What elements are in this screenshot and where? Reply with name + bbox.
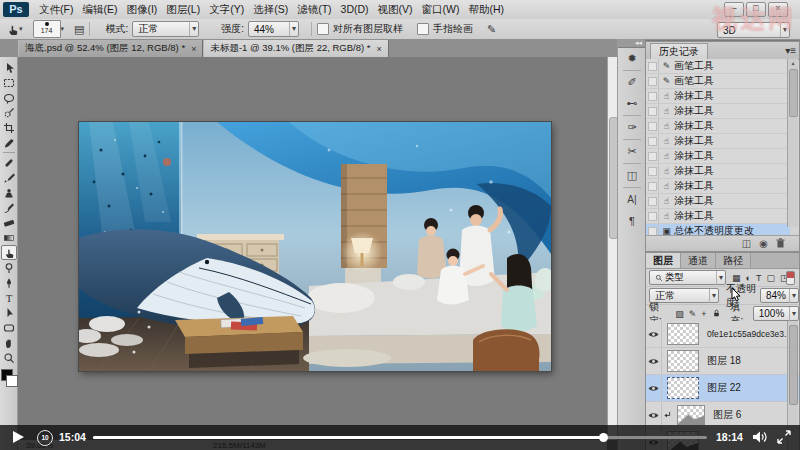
styles-panel-icon[interactable]: ✐ <box>618 72 646 93</box>
history-source-well[interactable] <box>646 59 659 73</box>
properties-panel-icon[interactable]: ⊷ <box>618 93 646 114</box>
history-step[interactable]: ☝涂抹工具 <box>646 119 790 134</box>
lock-all-icon[interactable] <box>712 308 721 320</box>
lasso-tool[interactable] <box>1 90 17 105</box>
history-step[interactable]: ☝涂抹工具 <box>646 194 790 209</box>
tab-channels[interactable]: 通道 <box>681 253 716 268</box>
clone-source-panel-icon[interactable]: ◫ <box>618 165 646 186</box>
background-color-swatch[interactable] <box>6 375 18 387</box>
history-step[interactable]: ✎画笔工具 <box>646 74 790 89</box>
clone-stamp-tool[interactable] <box>1 185 17 200</box>
move-tool[interactable] <box>1 60 17 75</box>
close-button[interactable]: × <box>768 2 788 17</box>
brush-tool[interactable] <box>1 170 17 185</box>
healing-brush-tool[interactable] <box>1 155 17 170</box>
panel-menu-icon[interactable]: ▾≡ <box>785 45 796 56</box>
history-source-well[interactable] <box>646 209 659 223</box>
filter-toggle-switch[interactable] <box>786 271 795 285</box>
menu-view[interactable]: 视图(V) <box>378 3 413 17</box>
menu-help[interactable]: 帮助(H) <box>469 3 505 17</box>
layer-thumbnail[interactable] <box>667 323 699 345</box>
brush-presets-panel-icon[interactable]: ✑ <box>618 117 646 138</box>
layer-name[interactable]: 图层 18 <box>707 354 741 368</box>
new-snapshot-icon[interactable]: ◉ <box>759 238 768 249</box>
layer-thumbnail[interactable] <box>677 405 705 425</box>
gradient-tool[interactable] <box>1 230 17 245</box>
layer-name[interactable]: 0fe1e1c55a9dce3e3... <box>707 329 791 339</box>
history-source-well[interactable] <box>646 179 659 193</box>
character-panel-icon[interactable]: A| <box>618 189 646 210</box>
history-source-well[interactable] <box>646 149 659 163</box>
fullscreen-icon[interactable] <box>777 430 791 448</box>
shape-tool[interactable] <box>1 320 17 335</box>
history-step[interactable]: ☝涂抹工具 <box>646 209 790 224</box>
history-source-well[interactable] <box>646 134 659 148</box>
brush-size-picker[interactable]: 174 <box>33 20 61 38</box>
history-source-well[interactable] <box>646 104 659 118</box>
history-source-well[interactable] <box>646 89 659 103</box>
volume-icon[interactable] <box>752 430 768 448</box>
history-source-well[interactable] <box>646 164 659 178</box>
eraser-tool[interactable] <box>1 215 17 230</box>
history-step[interactable]: ☝涂抹工具 <box>646 164 790 179</box>
smudge-tool-preset[interactable]: ▾ <box>6 23 23 36</box>
canvas-area[interactable] <box>18 57 607 440</box>
layer-name[interactable]: 图层 22 <box>707 381 741 395</box>
new-document-from-state-icon[interactable]: ◫ <box>742 238 751 249</box>
sample-all-layers-checkbox[interactable] <box>317 23 329 35</box>
delete-state-icon[interactable] <box>776 238 785 250</box>
scrollbar-thumb[interactable] <box>789 325 798 405</box>
menu-image[interactable]: 图像(I) <box>126 3 157 17</box>
layer-thumbnail[interactable] <box>667 377 699 399</box>
tab-layers[interactable]: 图层 <box>646 253 681 268</box>
visibility-eye-icon[interactable] <box>646 375 662 401</box>
progress-bar[interactable] <box>93 436 707 440</box>
doc-tab-haidi[interactable]: 海底.psd @ 52.4% (图层 12, RGB/8) * × <box>18 40 203 57</box>
pen-tool[interactable] <box>1 275 17 290</box>
strength-dropdown[interactable]: 44% <box>248 21 299 37</box>
replay-10-icon[interactable]: 10 <box>37 430 53 446</box>
canvas-vertical-scrollbar[interactable] <box>607 57 617 440</box>
menu-layer[interactable]: 图层(L) <box>166 3 200 17</box>
layer-row-selected[interactable]: 图层 22 <box>646 375 799 402</box>
history-source-well[interactable] <box>646 119 659 133</box>
eyedropper-tool[interactable] <box>1 135 17 150</box>
history-step[interactable]: ☝涂抹工具 <box>646 89 790 104</box>
history-brush-tool[interactable] <box>1 200 17 215</box>
maximize-button[interactable]: □ <box>746 2 766 17</box>
hand-tool[interactable] <box>1 335 17 350</box>
lock-transparency-icon[interactable]: ▨ <box>675 309 684 319</box>
visibility-eye-icon[interactable] <box>646 348 662 374</box>
mode-dropdown[interactable]: 正常 <box>132 21 199 37</box>
menu-edit[interactable]: 编辑(E) <box>82 3 117 17</box>
brush-panel-toggle[interactable]: ▤ <box>74 23 84 36</box>
minimize-button[interactable]: – <box>724 2 744 17</box>
tab-paths[interactable]: 路径 <box>716 253 751 268</box>
document-canvas[interactable] <box>79 122 551 371</box>
history-step[interactable]: ✎画笔工具 <box>646 59 790 74</box>
smudge-tool[interactable] <box>1 245 17 260</box>
history-step[interactable]: ☝涂抹工具 <box>646 149 790 164</box>
history-step[interactable]: ☝涂抹工具 <box>646 104 790 119</box>
filter-shape-layers-icon[interactable]: ▢ <box>766 273 775 283</box>
progress-handle[interactable] <box>599 433 608 442</box>
filter-type-dropdown[interactable]: 类型 <box>649 270 726 285</box>
tablet-pressure-icon[interactable]: ✎ <box>487 23 496 36</box>
layer-row[interactable]: 图层 18 <box>646 348 799 375</box>
menu-select[interactable]: 选择(S) <box>253 3 288 17</box>
menu-window[interactable]: 窗口(W) <box>422 3 460 17</box>
paragraph-panel-icon[interactable]: ¶ <box>618 210 646 231</box>
lock-pixels-icon[interactable]: ✎ <box>689 309 697 319</box>
history-source-well[interactable] <box>646 74 659 88</box>
dodge-tool[interactable] <box>1 260 17 275</box>
layer-name[interactable]: 图层 6 <box>713 408 741 422</box>
path-selection-tool[interactable] <box>1 305 17 320</box>
menu-3d[interactable]: 3D(D) <box>341 3 369 17</box>
quick-selection-tool[interactable] <box>1 105 17 120</box>
doc-tab-untitled[interactable]: 未标题-1 @ 39.1% (图层 22, RGB/8) * × <box>203 40 388 57</box>
opacity-input[interactable]: 84% <box>760 288 799 303</box>
tab-close-icon[interactable]: × <box>191 44 196 54</box>
layer-row[interactable]: 0fe1e1c55a9dce3e3... <box>646 321 799 348</box>
brush-size-arrow[interactable]: ▾ <box>61 25 65 33</box>
history-source-well[interactable] <box>646 194 659 208</box>
